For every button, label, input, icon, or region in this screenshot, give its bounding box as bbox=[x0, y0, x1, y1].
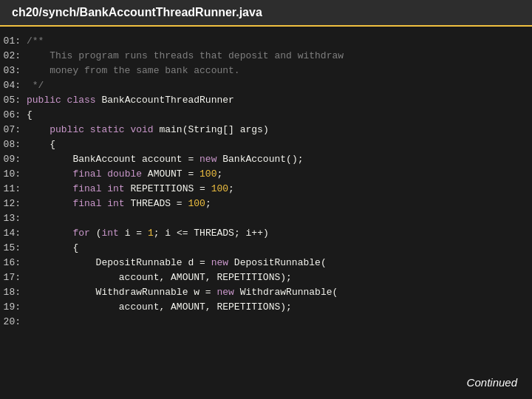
code-line: 07: public static void main(String[] arg… bbox=[0, 123, 532, 137]
code-line: 19: account, AMOUNT, REPETITIONS); bbox=[0, 300, 532, 315]
code-line: 12: final int THREADS = 100; bbox=[0, 197, 532, 211]
continued-label: Continued bbox=[467, 376, 517, 389]
line-content: BankAccount account = new BankAccount(); bbox=[27, 152, 303, 167]
line-content: { bbox=[27, 108, 33, 123]
code-area: 01:/**02: This program runs threads that… bbox=[0, 27, 532, 337]
code-line: 11: final int REPETITIONS = 100; bbox=[0, 182, 532, 197]
line-content: WithdrawRunnable w = new WithdrawRunnabl… bbox=[27, 285, 338, 300]
line-content: { bbox=[27, 137, 55, 152]
code-line: 01:/** bbox=[0, 34, 532, 49]
code-line: 15: { bbox=[0, 241, 532, 256]
line-number: 14: bbox=[0, 226, 27, 241]
line-number: 05: bbox=[0, 93, 27, 108]
line-content: */ bbox=[27, 78, 44, 93]
code-line: 02: This program runs threads that depos… bbox=[0, 49, 532, 64]
file-title: ch20/synch/BankAccountThreadRunner.java bbox=[12, 6, 262, 18]
code-line: 14: for (int i = 1; i <= THREADS; i++) bbox=[0, 226, 532, 241]
code-line: 13: bbox=[0, 211, 532, 226]
line-number: 08: bbox=[0, 137, 27, 152]
code-line: 05:public class BankAccountThreadRunner bbox=[0, 93, 532, 108]
line-number: 11: bbox=[0, 182, 27, 197]
line-content: This program runs threads that deposit a… bbox=[27, 49, 344, 64]
line-number: 03: bbox=[0, 64, 27, 78]
code-line: 09: BankAccount account = new BankAccoun… bbox=[0, 152, 532, 167]
line-number: 09: bbox=[0, 152, 27, 167]
title-bar: ch20/synch/BankAccountThreadRunner.java bbox=[0, 0, 532, 27]
line-content: final int REPETITIONS = 100; bbox=[27, 182, 234, 197]
line-number: 16: bbox=[0, 256, 27, 270]
line-content: { bbox=[27, 241, 78, 256]
line-number: 02: bbox=[0, 49, 27, 64]
line-number: 06: bbox=[0, 108, 27, 123]
code-line: 03: money from the same bank account. bbox=[0, 64, 532, 78]
line-number: 18: bbox=[0, 285, 27, 300]
line-content: public class BankAccountThreadRunner bbox=[27, 93, 234, 108]
line-number: 19: bbox=[0, 300, 27, 315]
line-number: 15: bbox=[0, 241, 27, 256]
line-content: final int THREADS = 100; bbox=[27, 197, 211, 211]
code-line: 04: */ bbox=[0, 78, 532, 93]
line-number: 17: bbox=[0, 270, 27, 285]
code-line: 16: DepositRunnable d = new DepositRunna… bbox=[0, 256, 532, 270]
line-content: /** bbox=[27, 34, 44, 49]
line-number: 04: bbox=[0, 78, 27, 93]
line-content: for (int i = 1; i <= THREADS; i++) bbox=[27, 226, 269, 241]
code-line: 06:{ bbox=[0, 108, 532, 123]
line-content: final double AMOUNT = 100; bbox=[27, 167, 222, 182]
code-line: 10: final double AMOUNT = 100; bbox=[0, 167, 532, 182]
code-line: 20: bbox=[0, 315, 532, 330]
line-number: 01: bbox=[0, 34, 27, 49]
code-line: 17: account, AMOUNT, REPETITIONS); bbox=[0, 270, 532, 285]
line-number: 13: bbox=[0, 211, 27, 226]
line-number: 07: bbox=[0, 123, 27, 137]
line-number: 12: bbox=[0, 197, 27, 211]
line-content: account, AMOUNT, REPETITIONS); bbox=[27, 270, 292, 285]
line-content: DepositRunnable d = new DepositRunnable( bbox=[27, 256, 327, 270]
code-line: 18: WithdrawRunnable w = new WithdrawRun… bbox=[0, 285, 532, 300]
line-content: money from the same bank account. bbox=[27, 64, 240, 78]
line-content: account, AMOUNT, REPETITIONS); bbox=[27, 300, 292, 315]
line-content: public static void main(String[] args) bbox=[27, 123, 269, 137]
code-line: 08: { bbox=[0, 137, 532, 152]
line-number: 10: bbox=[0, 167, 27, 182]
line-number: 20: bbox=[0, 315, 27, 330]
